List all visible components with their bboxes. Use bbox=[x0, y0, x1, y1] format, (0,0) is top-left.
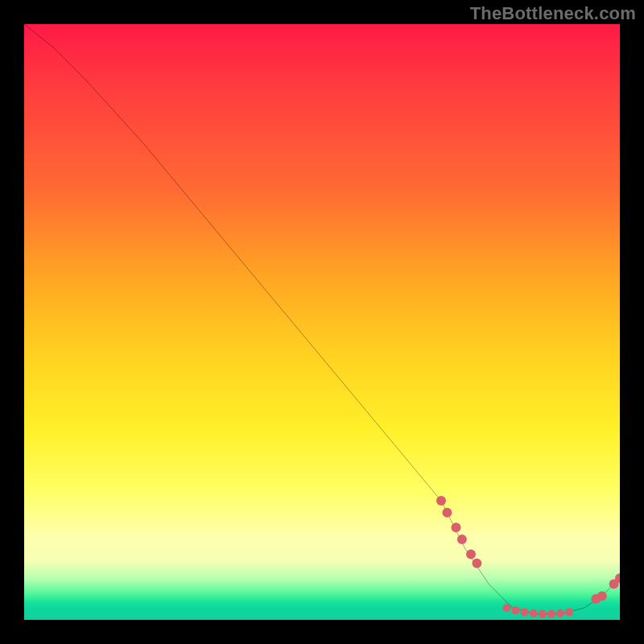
data-point bbox=[457, 535, 467, 544]
data-point bbox=[472, 559, 481, 568]
curve-layer bbox=[24, 24, 620, 620]
data-point bbox=[539, 610, 547, 618]
data-point bbox=[530, 609, 538, 617]
data-point bbox=[511, 606, 519, 614]
data-point bbox=[556, 609, 564, 617]
data-point bbox=[547, 610, 555, 618]
marker-group bbox=[436, 496, 620, 618]
data-point bbox=[436, 496, 446, 506]
plot-area bbox=[24, 24, 620, 620]
watermark-text: TheBottleneck.com bbox=[470, 3, 636, 24]
data-point bbox=[451, 522, 460, 532]
data-point bbox=[565, 608, 573, 616]
data-point bbox=[597, 591, 607, 601]
data-point bbox=[442, 508, 452, 518]
chart-container: TheBottleneck.com bbox=[0, 0, 644, 644]
main-curve bbox=[24, 24, 620, 614]
data-point bbox=[502, 604, 510, 612]
data-point bbox=[521, 608, 529, 616]
data-point bbox=[466, 550, 476, 559]
